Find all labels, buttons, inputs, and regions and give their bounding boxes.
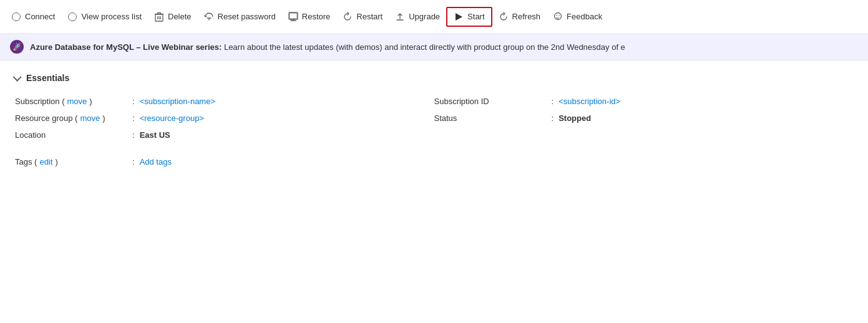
svg-point-7: [555, 12, 562, 19]
tags-value: Add tags: [140, 157, 172, 166]
svg-marker-6: [456, 13, 462, 21]
feedback-button[interactable]: Feedback: [547, 8, 608, 26]
subscription-id-value: <subscription-id>: [558, 97, 620, 106]
refresh-button[interactable]: Refresh: [492, 8, 547, 26]
refresh-label: Refresh: [512, 12, 541, 21]
resource-group-label: Resource group (move): [15, 113, 127, 123]
view-process-list-button[interactable]: View process list: [61, 8, 148, 26]
reset-password-label: Reset password: [218, 12, 276, 21]
subscription-id-row: Subscription ID : <subscription-id>: [434, 93, 854, 110]
connect-icon: [11, 12, 21, 22]
start-button[interactable]: Start: [446, 7, 492, 27]
upgrade-icon: [395, 12, 405, 22]
status-row: Status : Stopped: [434, 110, 854, 127]
reset-password-button[interactable]: Reset password: [198, 8, 282, 26]
resource-group-value: <resource-group>: [140, 113, 204, 123]
banner-icon: 🚀: [10, 40, 24, 54]
tags-edit-link[interactable]: edit: [39, 157, 52, 166]
svg-point-9: [558, 15, 560, 16]
main-content: Essentials Subscription (move) : <subscr…: [0, 60, 868, 183]
properties-grid: Subscription (move) : <subscription-name…: [15, 93, 853, 143]
subscription-id-link[interactable]: <subscription-id>: [558, 97, 620, 106]
subscription-id-label: Subscription ID: [434, 97, 547, 106]
restore-icon: [288, 12, 298, 22]
delete-button[interactable]: Delete: [148, 8, 198, 26]
status-label: Status: [434, 113, 547, 123]
restart-button[interactable]: Restart: [336, 8, 389, 26]
delete-label: Delete: [168, 12, 192, 21]
subscription-label: Subscription (move): [15, 97, 127, 106]
essentials-section-header: Essentials: [15, 73, 853, 83]
banner-bold-text: Azure Database for MySQL – Live Webinar …: [30, 42, 222, 52]
location-value: East US: [140, 130, 170, 140]
resource-group-move-link[interactable]: move: [80, 113, 100, 123]
view-process-list-icon: [67, 12, 77, 22]
tags-row: Tags (edit) : Add tags: [15, 153, 853, 170]
announcement-banner: 🚀 Azure Database for MySQL – Live Webina…: [0, 34, 868, 60]
status-value: Stopped: [558, 113, 591, 123]
resource-group-row: Resource group (move) : <resource-group>: [15, 110, 434, 127]
resource-group-name-link[interactable]: <resource-group>: [140, 113, 204, 123]
divider: [15, 143, 853, 153]
restart-label: Restart: [356, 12, 383, 21]
resource-group-separator: :: [132, 113, 135, 123]
subscription-move-link[interactable]: move: [67, 97, 87, 106]
svg-rect-5: [290, 13, 297, 19]
chevron-down-icon: [13, 73, 22, 82]
view-process-list-label: View process list: [81, 12, 142, 21]
restore-label: Restore: [302, 12, 331, 21]
feedback-icon: [553, 12, 563, 22]
tags-separator: :: [132, 157, 135, 166]
svg-rect-1: [157, 16, 158, 19]
connect-label: Connect: [25, 12, 55, 21]
feedback-label: Feedback: [567, 12, 602, 21]
subscription-name-link[interactable]: <subscription-name>: [140, 97, 215, 106]
location-row: Location : East US: [15, 127, 434, 143]
subscription-row: Subscription (move) : <subscription-name…: [15, 93, 434, 110]
add-tags-link[interactable]: Add tags: [140, 157, 172, 166]
refresh-icon: [499, 12, 509, 22]
reset-password-icon: [204, 12, 214, 22]
tags-label: Tags (edit): [15, 157, 127, 166]
connect-button[interactable]: Connect: [5, 8, 61, 26]
essentials-title: Essentials: [26, 73, 69, 83]
svg-point-8: [556, 15, 557, 16]
location-separator: :: [132, 130, 135, 140]
svg-rect-2: [158, 16, 159, 19]
subscription-id-separator: :: [552, 97, 554, 106]
upgrade-label: Upgrade: [409, 12, 440, 21]
banner-text: Azure Database for MySQL – Live Webinar …: [30, 42, 625, 52]
svg-rect-4: [289, 12, 298, 19]
restore-button[interactable]: Restore: [282, 8, 337, 26]
banner-description: Learn about the latest updates (with dem…: [222, 42, 625, 52]
upgrade-button[interactable]: Upgrade: [389, 8, 446, 26]
delete-icon: [154, 12, 164, 22]
location-label: Location: [15, 130, 127, 140]
status-separator: :: [552, 113, 554, 123]
subscription-separator: :: [132, 97, 135, 106]
toolbar: Connect View process list Delete: [0, 0, 868, 34]
svg-rect-3: [160, 16, 161, 19]
start-label: Start: [467, 12, 484, 21]
start-icon: [454, 12, 464, 22]
restart-icon: [343, 12, 353, 22]
subscription-value: <subscription-name>: [140, 97, 215, 106]
